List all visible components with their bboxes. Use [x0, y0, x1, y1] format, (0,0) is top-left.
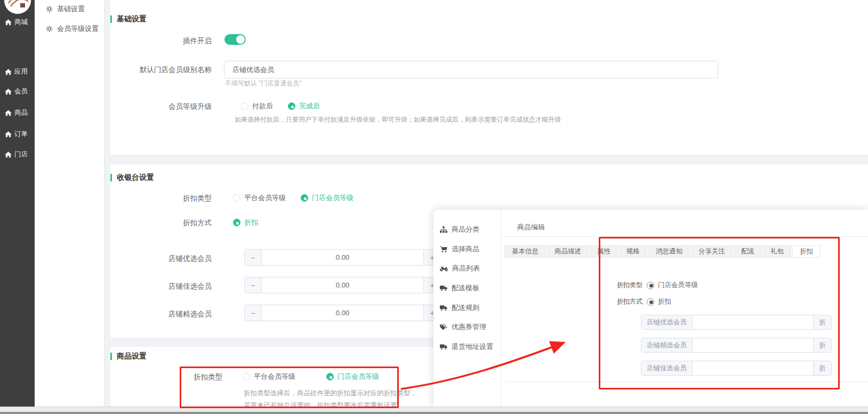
menu-item-label: 商品列表: [452, 264, 480, 273]
radio-label[interactable]: 完成后: [299, 101, 320, 111]
radio-store-level[interactable]: [326, 373, 334, 380]
radio-platform-level[interactable]: [243, 373, 250, 380]
section-title-text: 基础设置: [117, 14, 147, 24]
tab-gift-pack[interactable]: 礼包: [763, 245, 791, 258]
sidebar-item-orders[interactable]: 订单: [0, 130, 35, 139]
radio-label[interactable]: 平台会员等级: [244, 193, 286, 203]
section-title-bar: [110, 353, 112, 360]
field-label: 店铺佳选会员: [641, 361, 693, 375]
radio-discount[interactable]: [233, 219, 240, 226]
sidebar-item-goods[interactable]: 商品: [0, 108, 35, 117]
discount-field-choice: 店铺佳选会员 折: [641, 361, 832, 376]
tags-icon: [440, 324, 447, 331]
section-title-bar: [110, 174, 112, 181]
stepper-value[interactable]: 0.00: [262, 277, 423, 293]
level-2-label: 店铺佳选会员: [100, 282, 212, 291]
section-title-basic: 基础设置: [110, 14, 147, 24]
menu-item-label: 配送规则: [452, 303, 479, 313]
radio-label[interactable]: 平台会员等级: [254, 372, 295, 381]
bottom-bar: [0, 407, 868, 414]
tab-notifications[interactable]: 消息通知: [648, 245, 690, 258]
overlay-discount-mode-row: 折扣方式 折扣: [600, 297, 671, 306]
product-edit-panel: 商品分类 选择商品 商品列表 配送模板 配送规则 优惠券管理 退货地址设置 商品…: [433, 210, 868, 407]
section-title-bar: [110, 15, 112, 23]
stepper-value[interactable]: 0.00: [262, 305, 423, 321]
radio-after-payment[interactable]: [241, 102, 248, 110]
stepper-minus-button[interactable]: −: [245, 305, 262, 321]
stepper-minus-button[interactable]: −: [245, 277, 262, 293]
menu-item-return-address[interactable]: 退货地址设置: [433, 342, 501, 352]
menu-item-delivery-template[interactable]: 配送模板: [433, 283, 501, 293]
menu-item-select-products[interactable]: 选择商品: [433, 244, 501, 254]
tab-discount[interactable]: 折扣: [792, 245, 821, 258]
panel-title-divider: [503, 236, 868, 237]
home-icon: [5, 89, 12, 95]
section-title-goods: 商品设置: [110, 352, 147, 361]
radio-store-level[interactable]: [647, 282, 654, 289]
sidebar-item-label: 订单: [14, 130, 28, 139]
radio-store-level[interactable]: [301, 194, 308, 202]
goods-discount-type-label: 折扣类型: [110, 372, 222, 382]
radio-label[interactable]: 折扣: [244, 218, 258, 227]
sidebar-item-basic-settings[interactable]: 基础设置: [35, 4, 104, 14]
plugin-toggle-label: 插件开启: [100, 36, 212, 46]
menu-item-coupon-management[interactable]: 优惠券管理: [433, 322, 501, 332]
overlay-discount-type-label: 折扣类型: [600, 281, 642, 290]
cashier-discount-mode-group: 折扣: [233, 218, 258, 227]
radio-platform-level[interactable]: [233, 194, 240, 202]
level-1-label: 店铺优选会员: [100, 254, 212, 264]
radio-label[interactable]: 门店会员等级: [312, 193, 353, 203]
home-icon: [5, 19, 12, 26]
level-2-stepper: − 0.00 +: [244, 277, 441, 293]
sitemap-icon: [440, 226, 447, 233]
avatar[interactable]: [4, 0, 31, 14]
radio-after-completion[interactable]: [288, 102, 295, 110]
overlay-discount-mode-value[interactable]: 折扣: [658, 297, 671, 306]
sidebar-item-members[interactable]: 会员: [0, 87, 35, 96]
tab-basic-info[interactable]: 基本信息: [504, 245, 546, 258]
home-icon: [5, 110, 12, 116]
stepper-minus-button[interactable]: −: [245, 250, 262, 265]
home-icon: [5, 152, 12, 158]
sidebar-item-label: 门店: [14, 150, 28, 159]
stepper-value[interactable]: 0.00: [262, 250, 423, 265]
home-icon: [5, 69, 12, 75]
radio-label[interactable]: 付款后: [252, 101, 273, 111]
product-edit-tabs: 基本信息 商品描述 属性 规格 消息通知 分享关注 配送 礼包 折扣: [504, 245, 821, 258]
discount-input[interactable]: [693, 315, 813, 329]
tab-delivery[interactable]: 配送: [734, 245, 762, 258]
section-title-cashier: 收银台设置: [110, 173, 154, 182]
radio-label[interactable]: 门店会员等级: [337, 372, 379, 381]
sidebar-item-member-level-settings[interactable]: 会员等级设置: [35, 24, 104, 34]
level-3-stepper: − 0.00 +: [244, 305, 441, 321]
menu-item-product-list[interactable]: 商品列表: [433, 264, 501, 273]
menu-item-delivery-rules[interactable]: 配送规则: [433, 303, 501, 313]
plugin-toggle[interactable]: [224, 34, 246, 45]
tab-attributes[interactable]: 属性: [590, 245, 618, 258]
logo-sketch: [4, 0, 31, 14]
discount-input[interactable]: [693, 361, 813, 375]
tab-share-follow[interactable]: 分享关注: [691, 245, 733, 258]
upgrade-radio-group: 付款后 完成后: [241, 101, 320, 111]
menu-item-label: 优惠券管理: [452, 322, 486, 332]
motorcycle-icon: [440, 265, 448, 272]
overlay-discount-type-value[interactable]: 门店会员等级: [658, 281, 698, 290]
menu-item-label: 选择商品: [452, 244, 479, 254]
discount-input[interactable]: [693, 338, 813, 352]
radio-discount[interactable]: [647, 298, 654, 306]
field-suffix: 折: [813, 315, 831, 329]
overlay-discount-mode-label: 折扣方式: [600, 297, 642, 306]
cashier-discount-type-label: 折扣类型: [100, 194, 212, 203]
default-level-name-input[interactable]: [224, 61, 718, 78]
tab-description[interactable]: 商品描述: [547, 245, 589, 258]
sidebar-item-apps[interactable]: 应用: [0, 67, 35, 76]
panel-bottom-divider: [507, 381, 868, 382]
menu-item-product-categories[interactable]: 商品分类: [433, 225, 501, 234]
cogs-icon: [46, 5, 53, 13]
default-level-name-hint: 不填写默认 "门店普通会员": [225, 79, 302, 88]
tab-specs[interactable]: 规格: [619, 245, 647, 258]
sidebar-item-mall[interactable]: 商城: [0, 18, 35, 27]
home-icon: [5, 131, 12, 138]
field-label: 店铺精选会员: [641, 338, 693, 352]
sidebar-item-stores[interactable]: 门店: [0, 150, 35, 159]
